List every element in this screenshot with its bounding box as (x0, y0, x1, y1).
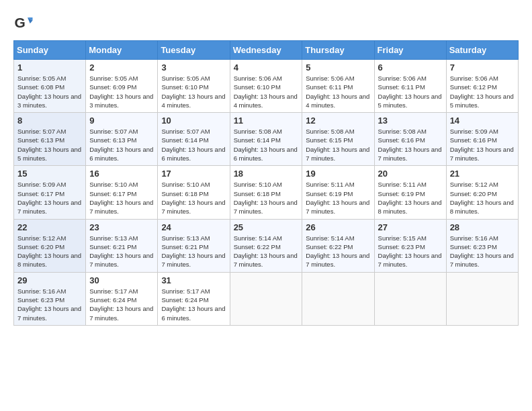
day-info: Sunrise: 5:08 AM Sunset: 6:14 PM Dayligh… (234, 127, 299, 163)
day-number: 10 (161, 116, 226, 126)
column-header-friday: Friday (374, 41, 446, 60)
calendar-cell: 9 Sunrise: 5:07 AM Sunset: 6:13 PM Dayli… (86, 113, 158, 166)
day-number: 22 (17, 222, 82, 232)
calendar-cell: 15 Sunrise: 5:09 AM Sunset: 6:17 PM Dayl… (14, 166, 86, 219)
day-info: Sunrise: 5:14 AM Sunset: 6:22 PM Dayligh… (234, 234, 299, 269)
column-header-monday: Monday (86, 41, 158, 60)
calendar-cell (230, 272, 302, 325)
day-number: 11 (234, 116, 299, 126)
column-header-wednesday: Wednesday (230, 41, 302, 60)
calendar-cell: 19 Sunrise: 5:11 AM Sunset: 6:19 PM Dayl… (302, 166, 374, 219)
day-info: Sunrise: 5:16 AM Sunset: 6:23 PM Dayligh… (17, 287, 82, 322)
calendar-week-2: 8 Sunrise: 5:07 AM Sunset: 6:13 PM Dayli… (14, 113, 519, 166)
calendar-table: SundayMondayTuesdayWednesdayThursdayFrid… (13, 40, 519, 326)
day-number: 27 (378, 222, 443, 232)
day-number: 28 (450, 222, 515, 232)
calendar-week-4: 22 Sunrise: 5:12 AM Sunset: 6:20 PM Dayl… (14, 219, 519, 272)
logo: G (13, 13, 36, 34)
day-number: 29 (17, 275, 82, 285)
day-info: Sunrise: 5:05 AM Sunset: 6:08 PM Dayligh… (17, 74, 82, 109)
page-header: G (13, 13, 519, 34)
day-number: 1 (17, 62, 82, 73)
day-info: Sunrise: 5:14 AM Sunset: 6:22 PM Dayligh… (306, 234, 370, 269)
calendar-cell: 6 Sunrise: 5:06 AM Sunset: 6:11 PM Dayli… (374, 60, 446, 113)
calendar-week-1: 1 Sunrise: 5:05 AM Sunset: 6:08 PM Dayli… (14, 60, 519, 113)
calendar-cell: 20 Sunrise: 5:11 AM Sunset: 6:19 PM Dayl… (374, 166, 446, 219)
day-info: Sunrise: 5:09 AM Sunset: 6:16 PM Dayligh… (450, 127, 515, 163)
calendar-cell: 24 Sunrise: 5:13 AM Sunset: 6:21 PM Dayl… (158, 219, 230, 272)
calendar-cell (302, 272, 374, 325)
calendar-cell: 1 Sunrise: 5:05 AM Sunset: 6:08 PM Dayli… (14, 60, 86, 113)
day-number: 5 (306, 62, 370, 73)
day-info: Sunrise: 5:13 AM Sunset: 6:21 PM Dayligh… (161, 234, 226, 269)
day-info: Sunrise: 5:08 AM Sunset: 6:16 PM Dayligh… (378, 127, 443, 163)
calendar-cell: 14 Sunrise: 5:09 AM Sunset: 6:16 PM Dayl… (446, 113, 518, 166)
day-number: 2 (89, 62, 154, 73)
day-info: Sunrise: 5:05 AM Sunset: 6:09 PM Dayligh… (89, 74, 154, 109)
calendar-cell: 16 Sunrise: 5:10 AM Sunset: 6:17 PM Dayl… (86, 166, 158, 219)
day-number: 30 (89, 275, 154, 285)
calendar-cell: 5 Sunrise: 5:06 AM Sunset: 6:11 PM Dayli… (302, 60, 374, 113)
calendar-cell: 26 Sunrise: 5:14 AM Sunset: 6:22 PM Dayl… (302, 219, 374, 272)
calendar-cell: 23 Sunrise: 5:13 AM Sunset: 6:21 PM Dayl… (86, 219, 158, 272)
calendar-cell: 2 Sunrise: 5:05 AM Sunset: 6:09 PM Dayli… (86, 60, 158, 113)
day-number: 25 (234, 222, 299, 232)
column-header-tuesday: Tuesday (158, 41, 230, 60)
day-number: 23 (89, 222, 154, 232)
day-number: 6 (378, 62, 443, 73)
day-number: 15 (17, 169, 82, 179)
logo-icon: G (13, 13, 34, 34)
day-info: Sunrise: 5:15 AM Sunset: 6:23 PM Dayligh… (378, 234, 443, 269)
calendar-cell (446, 272, 518, 325)
calendar-cell: 30 Sunrise: 5:17 AM Sunset: 6:24 PM Dayl… (86, 272, 158, 325)
day-info: Sunrise: 5:17 AM Sunset: 6:24 PM Dayligh… (161, 287, 226, 322)
day-number: 19 (306, 169, 370, 179)
calendar-cell: 8 Sunrise: 5:07 AM Sunset: 6:13 PM Dayli… (14, 113, 86, 166)
column-header-thursday: Thursday (302, 41, 374, 60)
calendar-cell: 29 Sunrise: 5:16 AM Sunset: 6:23 PM Dayl… (14, 272, 86, 325)
calendar-cell: 31 Sunrise: 5:17 AM Sunset: 6:24 PM Dayl… (158, 272, 230, 325)
calendar-cell: 3 Sunrise: 5:05 AM Sunset: 6:10 PM Dayli… (158, 60, 230, 113)
day-number: 20 (378, 169, 443, 179)
calendar-cell: 13 Sunrise: 5:08 AM Sunset: 6:16 PM Dayl… (374, 113, 446, 166)
calendar-week-3: 15 Sunrise: 5:09 AM Sunset: 6:17 PM Dayl… (14, 166, 519, 219)
svg-text:G: G (15, 15, 26, 30)
calendar-cell (374, 272, 446, 325)
calendar-cell: 18 Sunrise: 5:10 AM Sunset: 6:18 PM Dayl… (230, 166, 302, 219)
day-info: Sunrise: 5:10 AM Sunset: 6:18 PM Dayligh… (234, 180, 299, 216)
calendar-cell: 22 Sunrise: 5:12 AM Sunset: 6:20 PM Dayl… (14, 219, 86, 272)
day-info: Sunrise: 5:16 AM Sunset: 6:23 PM Dayligh… (450, 234, 515, 269)
day-info: Sunrise: 5:07 AM Sunset: 6:13 PM Dayligh… (17, 127, 82, 163)
day-info: Sunrise: 5:09 AM Sunset: 6:17 PM Dayligh… (17, 180, 82, 216)
day-number: 13 (378, 116, 443, 126)
calendar-cell: 28 Sunrise: 5:16 AM Sunset: 6:23 PM Dayl… (446, 219, 518, 272)
day-info: Sunrise: 5:06 AM Sunset: 6:11 PM Dayligh… (306, 74, 370, 109)
day-info: Sunrise: 5:08 AM Sunset: 6:15 PM Dayligh… (306, 127, 370, 163)
column-header-sunday: Sunday (14, 41, 86, 60)
day-number: 3 (161, 62, 226, 73)
day-info: Sunrise: 5:06 AM Sunset: 6:10 PM Dayligh… (234, 74, 299, 109)
day-number: 21 (450, 169, 515, 179)
day-info: Sunrise: 5:11 AM Sunset: 6:19 PM Dayligh… (306, 180, 370, 216)
day-info: Sunrise: 5:12 AM Sunset: 6:20 PM Dayligh… (17, 234, 82, 269)
day-info: Sunrise: 5:06 AM Sunset: 6:12 PM Dayligh… (450, 74, 515, 109)
day-number: 12 (306, 116, 370, 126)
day-number: 8 (17, 116, 82, 126)
calendar-cell: 4 Sunrise: 5:06 AM Sunset: 6:10 PM Dayli… (230, 60, 302, 113)
day-number: 18 (234, 169, 299, 179)
calendar-cell: 7 Sunrise: 5:06 AM Sunset: 6:12 PM Dayli… (446, 60, 518, 113)
calendar-cell: 21 Sunrise: 5:12 AM Sunset: 6:20 PM Dayl… (446, 166, 518, 219)
day-number: 17 (161, 169, 226, 179)
day-info: Sunrise: 5:10 AM Sunset: 6:17 PM Dayligh… (89, 180, 154, 216)
day-info: Sunrise: 5:13 AM Sunset: 6:21 PM Dayligh… (89, 234, 154, 269)
day-number: 7 (450, 62, 515, 73)
day-info: Sunrise: 5:06 AM Sunset: 6:11 PM Dayligh… (378, 74, 443, 109)
day-number: 9 (89, 116, 154, 126)
day-info: Sunrise: 5:07 AM Sunset: 6:14 PM Dayligh… (161, 127, 226, 163)
calendar-cell: 12 Sunrise: 5:08 AM Sunset: 6:15 PM Dayl… (302, 113, 374, 166)
day-number: 16 (89, 169, 154, 179)
day-info: Sunrise: 5:12 AM Sunset: 6:20 PM Dayligh… (450, 180, 515, 216)
calendar-cell: 25 Sunrise: 5:14 AM Sunset: 6:22 PM Dayl… (230, 219, 302, 272)
day-info: Sunrise: 5:07 AM Sunset: 6:13 PM Dayligh… (89, 127, 154, 163)
calendar-cell: 11 Sunrise: 5:08 AM Sunset: 6:14 PM Dayl… (230, 113, 302, 166)
